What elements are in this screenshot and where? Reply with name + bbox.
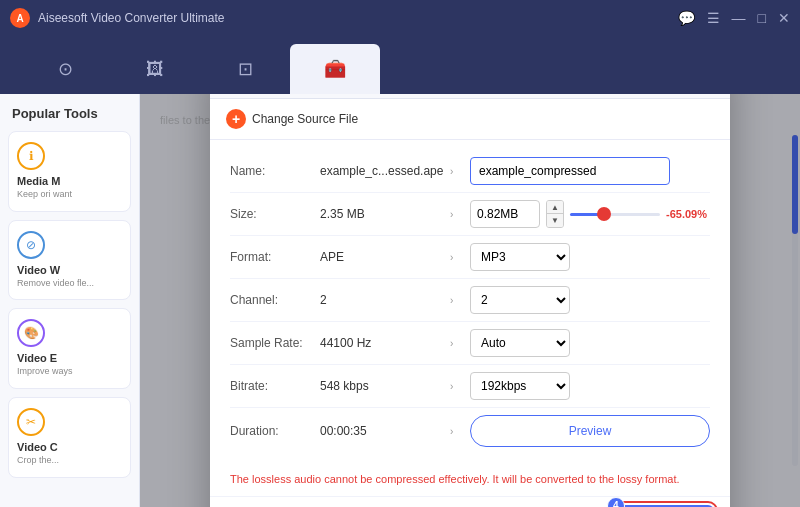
- nav-merge[interactable]: ⊡: [200, 44, 290, 94]
- nav-bar: ⊙ 🖼 ⊡ 🧰: [0, 36, 800, 94]
- size-up-button[interactable]: ▲: [547, 201, 563, 214]
- size-slider[interactable]: [570, 213, 660, 216]
- menu-icon[interactable]: ☰: [707, 10, 720, 26]
- main-area: files to the seed 🔊 Audio Compressor ✕: [140, 94, 800, 507]
- warning-text: The lossless audio cannot be compressed …: [210, 464, 730, 495]
- window-controls: 💬 ☰ — □ ✕: [678, 10, 790, 26]
- sidebar: Popular Tools ℹ Media M Keep ori want ⊘ …: [0, 94, 140, 507]
- app-logo: A: [10, 8, 30, 28]
- size-control: ▲ ▼ -65.09%: [470, 200, 711, 228]
- name-arrow: ›: [450, 166, 470, 177]
- duration-original: 00:00:35: [320, 424, 450, 438]
- minimize-icon[interactable]: —: [732, 10, 746, 26]
- nav-tools[interactable]: 🧰: [290, 44, 380, 94]
- size-spinner[interactable]: ▲ ▼: [546, 200, 564, 228]
- bitrate-control: 128kbps 192kbps 256kbps 320kbps: [470, 372, 710, 400]
- channel-original: 2: [320, 293, 450, 307]
- video-c-icon: ✂: [17, 408, 45, 436]
- size-input-group: ▲ ▼ -65.09%: [470, 200, 711, 228]
- sample-rate-original: 44100 Hz: [320, 336, 450, 350]
- video-e-desc: Improve ways: [17, 366, 122, 378]
- media-meta-title: Media M: [17, 175, 122, 187]
- video-c-desc: Crop the...: [17, 455, 122, 467]
- nav-convert[interactable]: ⊙: [20, 44, 110, 94]
- audio-compressor-modal: 🔊 Audio Compressor ✕ + Change Source Fil…: [210, 94, 730, 507]
- channel-arrow: ›: [450, 295, 470, 306]
- video-w-icon: ⊘: [17, 231, 45, 259]
- duration-arrow: ›: [450, 426, 470, 437]
- sample-rate-control: Auto 44100 22050: [470, 329, 710, 357]
- format-control: MP3 AAC OGG FLAC: [470, 243, 710, 271]
- modal-overlay: 🔊 Audio Compressor ✕ + Change Source Fil…: [140, 94, 800, 507]
- size-label: Size:: [230, 207, 320, 221]
- duration-row: Duration: 00:00:35 › Preview: [230, 408, 710, 454]
- size-input[interactable]: [470, 200, 540, 228]
- format-select[interactable]: MP3 AAC OGG FLAC: [470, 243, 570, 271]
- change-source-button[interactable]: + Change Source File: [210, 99, 730, 140]
- sample-rate-select[interactable]: Auto 44100 22050: [470, 329, 570, 357]
- convert-icon: ⊙: [58, 58, 73, 80]
- media-meta-desc: Keep ori want: [17, 189, 122, 201]
- chat-icon[interactable]: 💬: [678, 10, 695, 26]
- bitrate-select[interactable]: 128kbps 192kbps 256kbps 320kbps: [470, 372, 570, 400]
- name-control: [470, 157, 710, 185]
- maximize-icon[interactable]: □: [758, 10, 766, 26]
- bitrate-arrow: ›: [450, 381, 470, 392]
- name-original: example_c...essed.ape: [320, 164, 450, 178]
- sidebar-item-video-w[interactable]: ⊘ Video W Remove video fle...: [8, 220, 131, 301]
- toolbox-icon: 🖼: [146, 59, 164, 80]
- size-slider-container: -65.09%: [570, 208, 711, 220]
- duration-label: Duration:: [230, 424, 320, 438]
- change-source-label: Change Source File: [252, 112, 358, 126]
- form-area: Name: example_c...essed.ape › Size: 2.35…: [210, 140, 730, 464]
- sample-rate-row: Sample Rate: 44100 Hz › Auto 44100 22050: [230, 322, 710, 365]
- video-w-desc: Remove video fle...: [17, 278, 122, 290]
- bitrate-original: 548 kbps: [320, 379, 450, 393]
- name-row: Name: example_c...essed.ape ›: [230, 150, 710, 193]
- sample-rate-label: Sample Rate:: [230, 336, 320, 350]
- nav-toolbox[interactable]: 🖼: [110, 44, 200, 94]
- sidebar-item-media-meta[interactable]: ℹ Media M Keep ori want: [8, 131, 131, 212]
- add-icon: +: [226, 109, 246, 129]
- format-original: APE: [320, 250, 450, 264]
- format-row: Format: APE › MP3 AAC OGG FLAC: [230, 236, 710, 279]
- merge-icon: ⊡: [238, 58, 253, 80]
- preview-button[interactable]: Preview: [470, 415, 710, 447]
- compress-badge: 4: [607, 497, 625, 507]
- name-label: Name:: [230, 164, 320, 178]
- format-label: Format:: [230, 250, 320, 264]
- content-area: Popular Tools ℹ Media M Keep ori want ⊘ …: [0, 94, 800, 507]
- name-input[interactable]: [470, 157, 670, 185]
- sample-rate-arrow: ›: [450, 338, 470, 349]
- video-c-title: Video C: [17, 441, 122, 453]
- app-container: ⊙ 🖼 ⊡ 🧰 Popular Tools ℹ Media M Keep ori…: [0, 36, 800, 507]
- video-w-title: Video W: [17, 264, 122, 276]
- size-down-button[interactable]: ▼: [547, 214, 563, 227]
- sidebar-item-video-e[interactable]: 🎨 Video E Improve ways: [8, 308, 131, 389]
- size-arrow: ›: [450, 209, 470, 220]
- format-arrow: ›: [450, 252, 470, 263]
- channel-row: Channel: 2 › 1 2: [230, 279, 710, 322]
- save-area: Save to: ... 📁 4 Compress: [210, 496, 730, 507]
- size-original: 2.35 MB: [320, 207, 450, 221]
- app-title: Aiseesoft Video Converter Ultimate: [38, 11, 678, 25]
- channel-select[interactable]: 1 2: [470, 286, 570, 314]
- close-window-icon[interactable]: ✕: [778, 10, 790, 26]
- channel-label: Channel:: [230, 293, 320, 307]
- media-meta-icon: ℹ: [17, 142, 45, 170]
- sidebar-title: Popular Tools: [8, 106, 131, 121]
- bitrate-row: Bitrate: 548 kbps › 128kbps 192kbps 256k…: [230, 365, 710, 408]
- channel-control: 1 2: [470, 286, 710, 314]
- tools-icon: 🧰: [324, 58, 346, 80]
- video-e-title: Video E: [17, 352, 122, 364]
- title-bar: A Aiseesoft Video Converter Ultimate 💬 ☰…: [0, 0, 800, 36]
- duration-control: Preview: [470, 415, 710, 447]
- slider-percentage: -65.09%: [666, 208, 711, 220]
- size-row: Size: 2.35 MB › ▲ ▼: [230, 193, 710, 236]
- video-e-icon: 🎨: [17, 319, 45, 347]
- bitrate-label: Bitrate:: [230, 379, 320, 393]
- sidebar-item-video-c[interactable]: ✂ Video C Crop the...: [8, 397, 131, 478]
